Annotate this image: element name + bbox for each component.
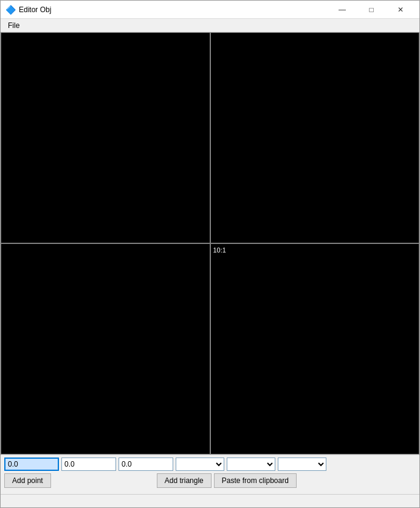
toolbar-row2: Add point Add triangle Paste from clipbo… [4, 473, 416, 488]
coord-x-input[interactable] [4, 458, 59, 471]
title-bar-left: 🔷 Editor Obj [5, 5, 51, 15]
toolbar-row1 [4, 458, 416, 471]
dropdown-3[interactable] [278, 458, 326, 471]
paste-from-clipboard-button[interactable]: Paste from clipboard [214, 473, 297, 488]
title-bar: 🔷 Editor Obj — □ ✕ [1, 1, 419, 19]
menu-file[interactable]: File [3, 20, 24, 31]
menu-bar: File [1, 19, 419, 32]
title-bar-controls: — □ ✕ [328, 1, 415, 19]
main-window: 🔷 Editor Obj — □ ✕ File 10:1 [0, 0, 420, 508]
viewport-bottom-right: 10:1 [210, 243, 420, 454]
add-triangle-button[interactable]: Add triangle [157, 473, 212, 488]
add-point-button[interactable]: Add point [4, 473, 51, 488]
app-icon: 🔷 [5, 5, 15, 15]
viewport-grid: 10:1 [1, 32, 419, 454]
bottom-toolbar: Add point Add triangle Paste from clipbo… [1, 454, 419, 494]
viewport-top-left [1, 32, 210, 243]
coord-z-input[interactable] [119, 458, 173, 471]
dropdown-2[interactable] [227, 458, 275, 471]
window-title: Editor Obj [19, 5, 51, 14]
status-bar [1, 494, 419, 507]
dropdown-1[interactable] [176, 458, 224, 471]
viewport-bottom-right-label: 10:1 [213, 246, 226, 254]
coord-y-input[interactable] [61, 458, 116, 471]
maximize-button[interactable]: □ [357, 1, 385, 19]
close-button[interactable]: ✕ [387, 1, 415, 19]
viewport-top-right [210, 32, 420, 243]
minimize-button[interactable]: — [328, 1, 356, 19]
viewport-bottom-left [1, 243, 210, 454]
